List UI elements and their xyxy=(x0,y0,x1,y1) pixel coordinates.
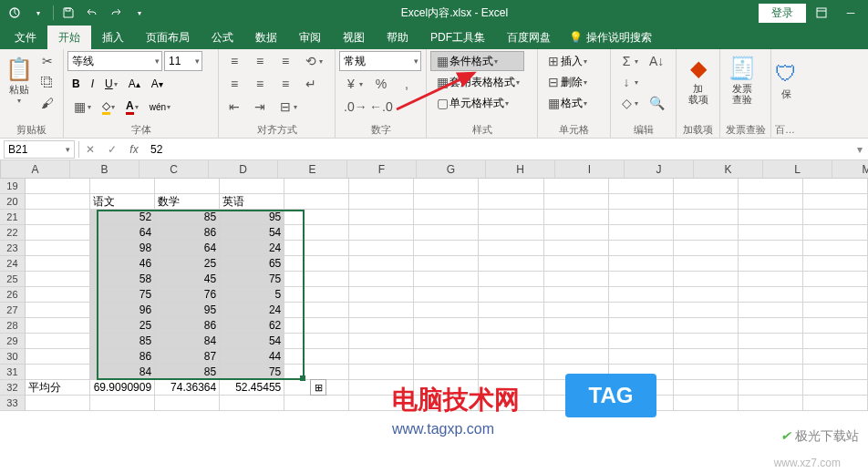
cell[interactable] xyxy=(479,272,543,287)
tab-data[interactable]: 数据 xyxy=(244,26,288,49)
font-color-button[interactable]: A▾ xyxy=(121,97,143,117)
insert-function-button[interactable]: fx xyxy=(123,143,145,156)
cell[interactable] xyxy=(414,210,479,225)
cell[interactable] xyxy=(609,334,674,349)
cell[interactable] xyxy=(26,334,90,349)
enter-formula-button[interactable]: ✓ xyxy=(101,143,123,156)
increase-font-button[interactable]: A▴ xyxy=(124,74,145,94)
cell[interactable]: 95 xyxy=(155,303,220,318)
column-header[interactable]: E xyxy=(278,160,347,178)
cell[interactable] xyxy=(284,318,349,334)
cell[interactable] xyxy=(674,349,739,365)
cell[interactable] xyxy=(803,272,868,287)
row-header[interactable]: 25 xyxy=(0,272,26,287)
cell[interactable]: 45 xyxy=(155,272,220,287)
increase-indent-button[interactable]: ⇥ xyxy=(248,97,272,117)
autosum-button[interactable]: Σ▾ xyxy=(615,51,643,71)
cell[interactable]: 95 xyxy=(220,210,284,225)
cell[interactable] xyxy=(155,179,220,194)
cell[interactable] xyxy=(349,256,414,272)
cell[interactable] xyxy=(739,396,803,411)
border-button[interactable]: ▦▾ xyxy=(67,97,96,117)
cell[interactable] xyxy=(803,179,868,194)
cell[interactable] xyxy=(739,241,803,256)
row-header[interactable]: 32 xyxy=(0,380,26,396)
cell[interactable] xyxy=(544,396,609,411)
tab-baidu[interactable]: 百度网盘 xyxy=(496,26,562,49)
conditional-formatting-button[interactable]: ▦条件格式▾ xyxy=(430,51,524,71)
cell[interactable]: 75 xyxy=(220,272,284,287)
undo-icon[interactable] xyxy=(81,3,103,23)
cell[interactable] xyxy=(220,396,284,411)
cell[interactable]: 65 xyxy=(220,256,284,272)
cell[interactable] xyxy=(479,210,543,225)
cell[interactable] xyxy=(544,256,609,272)
cell[interactable] xyxy=(609,365,674,380)
cell[interactable] xyxy=(26,225,90,241)
column-header[interactable]: A xyxy=(1,160,70,178)
cell[interactable] xyxy=(609,194,674,210)
column-header[interactable]: B xyxy=(70,160,140,178)
cell[interactable] xyxy=(414,380,479,396)
cell[interactable] xyxy=(739,225,803,241)
cell[interactable] xyxy=(284,287,349,303)
cell[interactable]: 84 xyxy=(155,334,220,349)
cell[interactable] xyxy=(544,334,609,349)
cell[interactable] xyxy=(674,210,739,225)
row-header[interactable]: 26 xyxy=(0,287,26,303)
cell[interactable] xyxy=(739,194,803,210)
tab-pagelayout[interactable]: 页面布局 xyxy=(135,26,201,49)
row-header[interactable]: 31 xyxy=(0,365,26,380)
cell[interactable] xyxy=(544,349,609,365)
merge-button[interactable]: ⊟▾ xyxy=(274,97,302,117)
cell[interactable] xyxy=(739,303,803,318)
underline-button[interactable]: U▾ xyxy=(100,74,122,94)
cell[interactable] xyxy=(674,272,739,287)
cell[interactable] xyxy=(414,287,479,303)
cell[interactable] xyxy=(803,396,868,411)
cell[interactable] xyxy=(349,179,414,194)
cell[interactable] xyxy=(739,365,803,380)
cell[interactable] xyxy=(220,179,284,194)
cell[interactable] xyxy=(674,380,739,396)
cell[interactable]: 64 xyxy=(155,241,220,256)
cell[interactable] xyxy=(739,334,803,349)
cell[interactable]: 46 xyxy=(90,256,155,272)
column-header[interactable]: C xyxy=(140,160,209,178)
cell[interactable] xyxy=(609,396,674,411)
cell[interactable] xyxy=(26,241,90,256)
cell[interactable] xyxy=(674,179,739,194)
cell[interactable] xyxy=(284,194,349,210)
addins-button[interactable]: ◆ 加 载项 xyxy=(680,51,716,109)
align-middle-button[interactable]: ≡ xyxy=(248,51,272,71)
decrease-font-button[interactable]: A▾ xyxy=(147,74,168,94)
cell[interactable] xyxy=(349,194,414,210)
wrap-text-button[interactable]: ↵ xyxy=(299,74,323,94)
cell[interactable] xyxy=(479,380,543,396)
cell[interactable] xyxy=(803,318,868,334)
cell[interactable] xyxy=(739,272,803,287)
cell[interactable] xyxy=(803,287,868,303)
cell[interactable] xyxy=(479,225,543,241)
phonetic-button[interactable]: wén▾ xyxy=(145,97,175,117)
decrease-decimal-button[interactable]: ←.0 xyxy=(365,97,388,117)
cell[interactable] xyxy=(739,179,803,194)
cell[interactable] xyxy=(479,256,543,272)
fill-button[interactable]: ↓▾ xyxy=(615,72,643,92)
find-select-button[interactable]: 🔍 xyxy=(645,93,668,113)
cell[interactable] xyxy=(26,287,90,303)
column-header[interactable]: F xyxy=(347,160,417,178)
redo-icon[interactable] xyxy=(105,3,127,23)
cell[interactable]: 24 xyxy=(220,303,284,318)
cell[interactable] xyxy=(739,210,803,225)
column-header[interactable]: H xyxy=(486,160,555,178)
cell[interactable]: 75 xyxy=(220,365,284,380)
cell[interactable]: 86 xyxy=(155,225,220,241)
cell[interactable]: 96 xyxy=(90,303,155,318)
cell[interactable] xyxy=(349,272,414,287)
column-header[interactable]: M xyxy=(832,160,868,178)
qat-dropdown[interactable]: ▾ xyxy=(27,3,49,23)
sort-filter-button[interactable]: A↓ xyxy=(645,51,668,71)
cell[interactable]: 85 xyxy=(90,334,155,349)
tab-view[interactable]: 视图 xyxy=(332,26,376,49)
